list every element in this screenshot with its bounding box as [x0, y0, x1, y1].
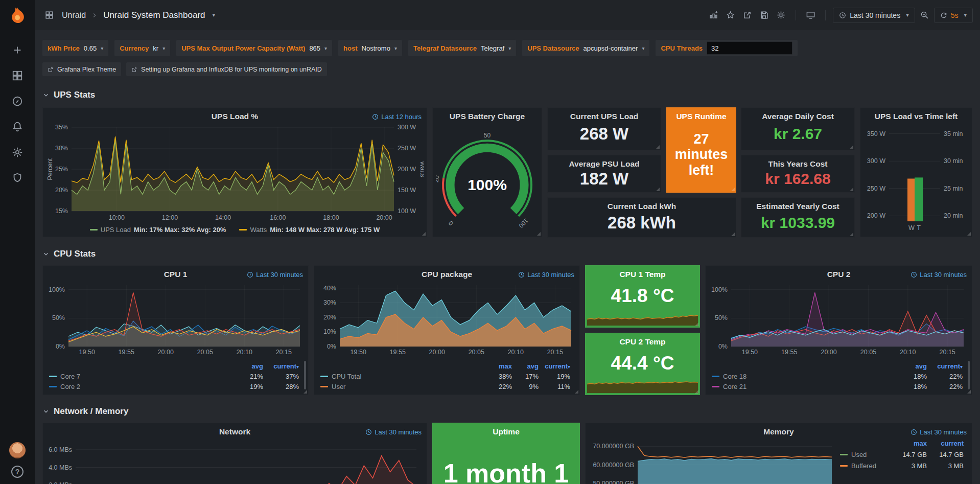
zoom-out-icon[interactable] — [917, 8, 932, 22]
panel-title[interactable]: Current UPS Load — [557, 108, 651, 121]
svg-text:16:00: 16:00 — [270, 214, 286, 221]
explore-compass-icon[interactable] — [6, 90, 29, 112]
tv-mode-icon[interactable] — [803, 8, 818, 22]
variable-label: CPU Threads — [661, 44, 703, 52]
legend-sort-avg[interactable]: avg — [235, 362, 263, 370]
variable-value: kr — [153, 44, 158, 52]
panel-title[interactable]: Estimated Yearly Cost — [743, 198, 853, 211]
star-icon[interactable] — [723, 8, 738, 22]
legend-scrollbar[interactable] — [968, 361, 970, 389]
section-cpu-stats[interactable]: CPU Stats — [42, 247, 96, 261]
legend-sort-current[interactable]: current▾ — [539, 362, 570, 370]
legend-scrollbar[interactable] — [304, 361, 306, 389]
user-avatar[interactable] — [9, 442, 26, 458]
panel-title[interactable]: UPS Battery Charge — [433, 108, 542, 121]
dashboard-settings-gear-icon[interactable] — [774, 8, 788, 22]
legend-item[interactable]: UPS Load Min: 17% Max: 32% Avg: 20% — [90, 226, 226, 234]
variable-host[interactable]: host Nostromo ▾ — [338, 40, 402, 56]
time-range-badge[interactable]: Last 30 minutes — [518, 271, 574, 279]
panel-title[interactable]: Average Daily Cost — [749, 108, 847, 121]
panel-cpu1-temp: CPU 1 Temp 41.8 °C — [585, 265, 700, 328]
dashboards-icon[interactable] — [6, 64, 29, 87]
create-plus-icon[interactable] — [6, 39, 29, 61]
legend-sort-avg[interactable]: avg — [898, 362, 927, 370]
series-swatch — [239, 229, 247, 231]
cpu1-chart[interactable]: 19:5019:5520:0020:0520:1020:150%50%100% — [46, 281, 305, 357]
time-range-picker[interactable]: Last 30 minutes ▾ — [833, 8, 915, 23]
configuration-gear-icon[interactable] — [6, 141, 29, 164]
variable-ups-datasource[interactable]: UPS Datasource apcupsd-container ▾ — [522, 40, 649, 56]
legend-item[interactable]: Used — [840, 451, 890, 458]
panel-title[interactable]: Uptime — [433, 423, 579, 436]
admin-shield-icon[interactable] — [6, 167, 29, 189]
legend-sort-current[interactable]: current▾ — [263, 362, 299, 370]
stat-value: kr 1033.99 — [761, 211, 835, 237]
panel-title[interactable]: UPS Load vs Time left — [860, 108, 972, 121]
legend-sort-current[interactable]: current▾ — [927, 362, 963, 370]
grafana-logo-icon[interactable] — [8, 6, 27, 26]
breadcrumb-folder[interactable]: Unraid — [62, 11, 86, 20]
panel-title[interactable]: Current Load kWh — [594, 198, 689, 211]
panel-title[interactable]: UPS Runtime — [666, 108, 736, 121]
variable-telegraf-datasource[interactable]: Telegraf Datasource Telegraf ▾ — [408, 40, 516, 56]
cpu-threads-input[interactable] — [707, 41, 792, 55]
dashboard-title[interactable]: Unraid System Dashboard — [103, 10, 205, 20]
link-ups-monitoring-guide[interactable]: Setting up Grafana and InfluxDB for UPS … — [126, 62, 327, 76]
section-title: Network / Memory — [54, 406, 128, 417]
chevron-down-icon — [42, 250, 50, 258]
panel-cpu2-temp: CPU 2 Temp 44.4 °C — [585, 333, 700, 395]
panel-ups-load-vs-time-left: UPS Load vs Time left 200 W250 W300 W350… — [860, 107, 972, 237]
variable-currency[interactable]: Currency kr ▾ — [114, 40, 170, 56]
panel-title[interactable]: CPU 1 Temp — [586, 266, 699, 279]
battery-gauge[interactable]: 02050100100% — [436, 124, 539, 233]
legend-sort-max[interactable]: max — [890, 440, 927, 447]
dashboard-grid-icon[interactable] — [42, 8, 57, 22]
time-range-badge[interactable]: Last 12 hours — [372, 113, 422, 121]
alerting-bell-icon[interactable] — [6, 116, 29, 138]
network-chart[interactable]: 2.0 MBs4.0 MBs6.0 MBs — [46, 439, 424, 484]
section-network-memory[interactable]: Network / Memory — [42, 404, 128, 419]
ups-load-time-left-chart[interactable]: 200 W250 W300 W350 W20 min25 min30 min35… — [864, 123, 969, 234]
panel-title[interactable]: Average PSU Load — [555, 155, 652, 169]
time-range-badge[interactable]: Last 30 minutes — [365, 428, 422, 436]
refresh-button[interactable]: 5s ▾ — [934, 8, 973, 23]
legend-sort-max[interactable]: max — [485, 362, 512, 370]
svg-text:350 W: 350 W — [867, 130, 885, 137]
dashboard-links-row: Grafana Plex Theme Setting up Grafana an… — [42, 62, 327, 76]
legend-sort-avg[interactable]: avg — [512, 362, 539, 370]
panel-title[interactable]: CPU 2 Temp — [586, 333, 699, 347]
save-icon[interactable] — [757, 8, 772, 22]
time-range-badge[interactable]: Last 30 minutes — [911, 428, 967, 436]
sidebar: ? — [0, 0, 35, 484]
time-range-badge[interactable]: Last 30 minutes — [247, 271, 303, 279]
variable-label: Telegraf Datasource — [413, 44, 477, 52]
link-grafana-plex-theme[interactable]: Grafana Plex Theme — [42, 62, 121, 76]
legend-item[interactable]: Core 18 — [712, 373, 898, 380]
variable-kwh-price[interactable]: kWh Price 0.65 ▾ — [42, 40, 108, 56]
ups-load-chart[interactable]: 10:0012:0014:0016:0018:0020:0015%20%25%3… — [46, 123, 424, 222]
legend-item[interactable]: Core 7 — [49, 373, 235, 380]
variable-ups-max-output[interactable]: UPS Max Output Power Capacity (Watt) 865… — [176, 40, 332, 56]
legend-item[interactable]: Buffered — [840, 462, 890, 470]
panel-title[interactable]: UPS Load % — [43, 108, 427, 121]
add-panel-icon[interactable] — [706, 8, 721, 22]
legend-item[interactable]: Core 2 — [49, 383, 235, 390]
help-icon[interactable]: ? — [11, 466, 24, 478]
svg-text:100%: 100% — [468, 176, 507, 193]
legend-item[interactable]: CPU Total — [320, 373, 485, 380]
legend-sort-current[interactable]: current — [927, 440, 964, 447]
legend-item[interactable]: Core 21 — [712, 383, 898, 390]
cpu2-chart[interactable]: 19:5019:5520:0020:0520:1020:150%50%100% — [709, 281, 969, 357]
share-icon[interactable] — [740, 8, 755, 22]
svg-text:50%: 50% — [715, 314, 728, 321]
svg-text:20:00: 20:00 — [158, 349, 174, 356]
section-ups-stats[interactable]: UPS Stats — [42, 88, 95, 102]
time-range-badge[interactable]: Last 30 minutes — [911, 271, 967, 279]
cpu-package-chart[interactable]: 19:5019:5520:0020:0520:1020:150%10%20%30… — [317, 281, 576, 357]
panel-title[interactable]: This Years Cost — [755, 155, 841, 169]
legend-item[interactable]: Watts Min: 148 W Max: 278 W Avg: 175 W — [239, 226, 380, 234]
memory-chart[interactable]: 50.000000 GB60.000000 GB70.000000 GB — [589, 439, 835, 484]
svg-text:19:50: 19:50 — [351, 349, 366, 356]
title-caret-icon[interactable]: ▾ — [213, 12, 216, 18]
legend-item[interactable]: User — [320, 383, 485, 390]
